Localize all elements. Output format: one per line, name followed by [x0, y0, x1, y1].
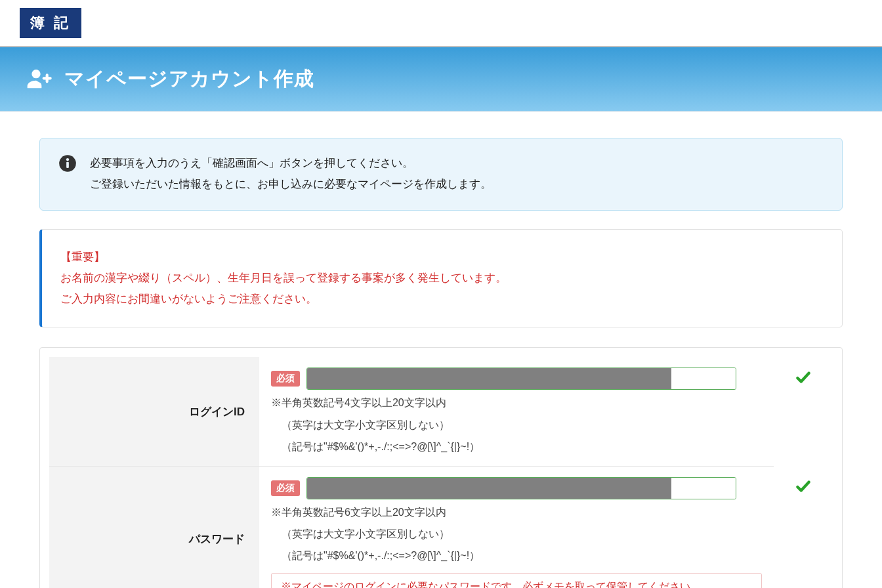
- page-title: マイページアカウント作成: [64, 66, 314, 93]
- check-col-password: [774, 466, 833, 588]
- password-hint-2: （英字は大文字小文字区別しない）: [271, 525, 762, 543]
- password-input[interactable]: [306, 477, 736, 499]
- login-id-hint-2: （英字は大文字小文字区別しない）: [271, 416, 762, 434]
- hero-banner: マイページアカウント作成: [0, 46, 882, 112]
- warning-box: 【重要】 お名前の漢字や綴り（スペル）、生年月日を誤って登録する事案が多く発生し…: [39, 229, 843, 328]
- svg-point-2: [66, 158, 69, 161]
- svg-rect-3: [66, 162, 69, 168]
- password-hint-3: （記号は"#$%&'()*+,-./:;<=>?@[\]^_`{|}~!）: [271, 547, 762, 564]
- check-icon: [795, 369, 812, 388]
- warning-line-2: ご入力内容にお間違いがないようご注意ください。: [60, 289, 824, 310]
- password-hint-1: ※半角英数記号6文字以上20文字以内: [271, 503, 762, 521]
- form-card: ログインID 必須 ※半角英数記号4文字以上20文字以内 （英字は大文字小文字区…: [39, 347, 843, 588]
- required-badge: 必須: [271, 371, 300, 387]
- logo-badge: 簿 記: [20, 8, 81, 38]
- field-login-id: 必須 ※半角英数記号4文字以上20文字以内 （英字は大文字小文字区別しない） （…: [259, 357, 774, 466]
- top-bar: 簿 記: [0, 0, 882, 46]
- info-text: 必要事項を入力のうえ「確認画面へ」ボタンを押してください。 ご登録いただいた情報…: [90, 153, 492, 196]
- login-id-hint-3: （記号は"#$%&'()*+,-./:;<=>?@[\]^_`{|}~!）: [271, 438, 762, 455]
- field-password: 必須 ※半角英数記号6文字以上20文字以内 （英字は大文字小文字区別しない） （…: [259, 466, 774, 588]
- login-id-input[interactable]: [306, 368, 736, 390]
- info-line-1: 必要事項を入力のうえ「確認画面へ」ボタンを押してください。: [90, 153, 492, 174]
- check-col-login-id: [774, 357, 833, 466]
- info-icon: [58, 154, 77, 175]
- label-login-id: ログインID: [49, 357, 259, 466]
- content-area: 必要事項を入力のうえ「確認画面へ」ボタンを押してください。 ご登録いただいた情報…: [0, 112, 882, 588]
- password-warning: ※マイページのログインに必要なパスワードです。必ずメモを取って保管してください。: [271, 573, 762, 588]
- label-password: パスワード: [49, 466, 259, 588]
- info-box: 必要事項を入力のうえ「確認画面へ」ボタンを押してください。 ご登録いただいた情報…: [39, 138, 843, 211]
- check-icon: [795, 478, 812, 497]
- warning-title: 【重要】: [60, 247, 824, 268]
- user-plus-icon: [26, 66, 52, 93]
- login-id-hint-1: ※半角英数記号4文字以上20文字以内: [271, 394, 762, 411]
- svg-point-0: [32, 70, 40, 78]
- form-row-password: パスワード 必須 ※半角英数記号6文字以上20文字以内 （英字は大文字小文字区別…: [49, 466, 833, 588]
- info-line-2: ご登録いただいた情報をもとに、お申し込みに必要なマイページを作成します。: [90, 174, 492, 195]
- form-row-login-id: ログインID 必須 ※半角英数記号4文字以上20文字以内 （英字は大文字小文字区…: [49, 357, 833, 466]
- warning-line-1: お名前の漢字や綴り（スペル）、生年月日を誤って登録する事案が多く発生しています。: [60, 268, 824, 289]
- required-badge: 必須: [271, 480, 300, 496]
